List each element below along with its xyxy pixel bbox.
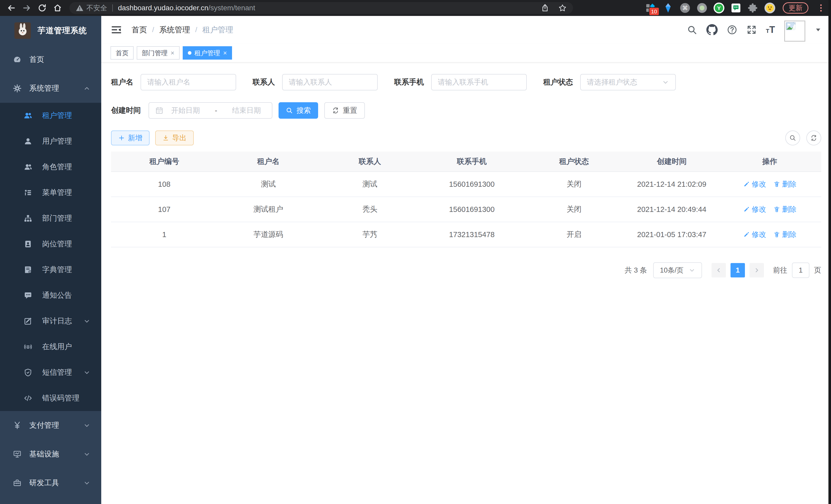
sidebar-item-label: 租户管理 [42,111,72,121]
extension-command-icon[interactable]: ⌘ [679,2,691,13]
extensions-row: 10 ⌘ Y 更新 [646,2,827,13]
extension-chat-icon[interactable] [730,2,742,13]
contact-name-input[interactable]: 请输入联系人 [282,74,378,90]
sidebar-item-menu-management[interactable]: 菜单管理 [0,180,101,206]
tags-view-bar: 首页部门管理×租户管理× [101,44,831,63]
search-icon[interactable] [687,25,697,35]
tab-label: 部门管理 [142,49,168,57]
github-icon[interactable] [706,24,718,35]
tab-label: 首页 [116,49,128,57]
column-header: 联系人 [319,152,421,172]
avatar[interactable] [784,21,805,41]
sidebar-item-role-management[interactable]: 角色管理 [0,154,101,180]
sidebar-item-system-management[interactable]: 系统管理 [0,74,101,103]
breadcrumb-item[interactable]: 首页 [132,25,147,35]
add-button[interactable]: 新增 [111,130,149,145]
not-secure-warning-icon[interactable] [76,4,84,12]
sidebar-item-user-management[interactable]: 用户管理 [0,128,101,154]
delete-link[interactable]: 删除 [773,230,797,239]
tenant-status-select[interactable]: 请选择租户状态 [580,74,676,90]
bookmark-star-icon[interactable] [558,4,567,12]
extension-emoji-icon[interactable] [764,2,775,13]
app-logo-row[interactable]: 芋道管理系统 [0,16,101,45]
contact-mobile-input[interactable]: 请输入联系手机 [431,74,527,90]
collapse-sidebar-icon[interactable] [111,24,122,35]
total-count: 共 3 条 [625,265,647,275]
download-icon [163,135,169,141]
extension-dot-circle-icon[interactable] [696,2,708,13]
refresh-table-button[interactable] [806,130,821,145]
sidebar-item-post-management[interactable]: 岗位管理 [0,231,101,257]
sidebar-item-home[interactable]: 首页 [0,45,101,74]
start-date-placeholder[interactable]: 开始日期 [171,106,200,115]
tab-dept-management[interactable]: 部门管理× [137,46,180,60]
browser-home-button[interactable] [50,1,65,15]
sidebar-item-tenant-management[interactable]: 租户管理 [0,103,101,128]
next-page-button[interactable] [749,263,764,277]
sidebar-item-notice-announcement[interactable]: 通知公告 [0,283,101,308]
end-date-placeholder[interactable]: 结束日期 [232,106,261,115]
edit-link[interactable]: 修改 [743,179,766,189]
share-icon[interactable] [541,4,549,12]
prev-page-button[interactable] [712,263,726,277]
plus-icon [118,135,125,141]
sidebar-item-label: 在线用户 [42,342,72,352]
table-cell: 15601691300 [421,197,523,222]
browser-back-button[interactable] [4,1,19,15]
url-path[interactable]: /system/tenant [208,4,255,12]
breadcrumb-item[interactable]: 系统管理 [159,25,190,35]
avatar-caret-icon[interactable] [814,26,822,33]
address-bar[interactable]: 不安全 dashboard.yudao.iocoder.cn /system/t… [69,2,573,14]
security-label[interactable]: 不安全 [86,3,107,12]
magnifier-icon [789,135,796,142]
divider [112,4,113,11]
extension-grid-diamond-icon[interactable]: 10 [646,2,657,13]
sidebar-item-dept-management[interactable]: 部门管理 [0,206,101,231]
extension-gem-icon[interactable] [662,2,674,13]
extension-puzzle-icon[interactable] [747,2,758,13]
tab-tenant-management[interactable]: 租户管理× [183,46,232,60]
sidebar-item-error-code-management[interactable]: 错误码管理 [0,385,101,411]
pagination: 共 3 条 10条/页 1 前往 1 页 [111,262,821,278]
refresh-icon [810,135,818,142]
sidebar-item-dev-tools[interactable]: 研发工具 [0,469,101,497]
edit-link[interactable]: 修改 [743,205,766,214]
page-number-1[interactable]: 1 [730,263,745,277]
sidebar-item-online-users[interactable]: 在线用户 [0,334,101,360]
sidebar-menu: 首页系统管理租户管理用户管理角色管理菜单管理部门管理岗位管理字典管理通知公告审计… [0,45,101,497]
table-cell: 开启 [523,222,625,247]
browser-forward-button[interactable] [20,1,34,15]
close-icon[interactable]: × [223,50,227,56]
page-size-select[interactable]: 10条/页 [653,262,702,278]
toggle-search-button[interactable] [785,130,800,145]
delete-link[interactable]: 删除 [773,179,797,189]
pencil-icon [743,206,750,213]
search-button[interactable]: 搜索 [279,102,318,119]
sidebar-item-infrastructure[interactable]: 基础设施 [0,440,101,469]
goto-page-input[interactable]: 1 [792,263,809,278]
sidebar-item-dict-management[interactable]: 字典管理 [0,257,101,283]
toolbox-icon [12,479,23,487]
trash-icon [773,206,780,213]
fullscreen-icon[interactable] [746,25,757,35]
browser-menu-icon[interactable] [819,3,823,13]
browser-reload-button[interactable] [35,1,49,15]
browser-update-button[interactable]: 更新 [783,2,808,13]
url-host[interactable]: dashboard.yudao.iocoder.cn [118,4,208,12]
edit-link[interactable]: 修改 [743,230,766,239]
help-icon[interactable] [727,25,737,35]
extension-y-icon[interactable]: Y [713,2,725,13]
sidebar-item-audit-log[interactable]: 审计日志 [0,308,101,334]
reset-button[interactable]: 重置 [324,102,365,119]
export-button[interactable]: 导出 [155,130,194,145]
table-cell: 2021-12-14 21:02:09 [625,172,718,197]
sidebar-item-sms-management[interactable]: 短信管理 [0,360,101,385]
tenant-name-input[interactable]: 请输入租户名 [141,74,236,90]
column-header: 租户编号 [111,152,218,172]
delete-link[interactable]: 删除 [773,205,797,214]
close-icon[interactable]: × [171,50,174,56]
sidebar-item-pay-management[interactable]: 支付管理 [0,411,101,440]
tab-home[interactable]: 首页 [111,46,134,60]
create-time-range-picker[interactable]: 开始日期 - 结束日期 [148,102,273,119]
font-size-icon[interactable]: TT [766,25,775,34]
